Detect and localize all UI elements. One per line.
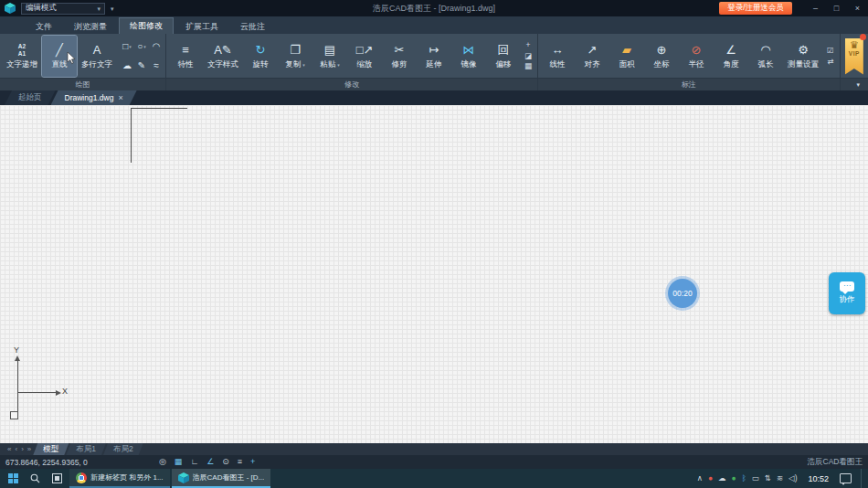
collaborate-button[interactable]: ⋯ 协作 — [829, 272, 865, 314]
area-button[interactable]: ▰ 面积 — [609, 36, 644, 77]
copy-button[interactable]: ❐ 复制▾ — [278, 36, 312, 77]
windows-logo-icon — [8, 473, 18, 483]
mirror-button[interactable]: ⋈ 镜像 — [451, 36, 486, 77]
first-layout-icon[interactable]: « — [7, 445, 11, 453]
lineweight-toggle-icon[interactable]: ≡ — [238, 458, 242, 466]
cloud-tool-icon[interactable]: ☁ — [120, 56, 134, 75]
windows-taskbar: 新建标签页 和另外 1... 浩辰CAD看图王 - [D... ∧ ● ☁ ● … — [0, 469, 868, 488]
properties-button[interactable]: ≡ 特性 — [168, 36, 203, 77]
battery-icon[interactable]: ▭ — [752, 474, 759, 483]
task-view-button[interactable] — [46, 469, 68, 488]
drawing-canvas[interactable]: Y X 00:20 ⋯ 协作 — [0, 105, 868, 443]
tab-start-page[interactable]: 起始页 — [5, 90, 56, 105]
extend-button[interactable]: ↦ 延伸 — [417, 36, 451, 77]
dimension-mini-tools: ☑ ⇄ — [827, 47, 834, 65]
close-button[interactable]: × — [847, 0, 868, 16]
login-register-button[interactable]: 登录/注册送会员 — [719, 2, 792, 15]
tab-layout1[interactable]: 布局1 — [66, 443, 106, 455]
offset-button[interactable]: 回 偏移 — [486, 36, 521, 77]
angle-icon: ∠ — [725, 41, 736, 58]
prev-layout-icon[interactable]: ‹ — [15, 445, 17, 453]
tab-drawing1[interactable]: Drawing1.dwg × — [51, 90, 137, 105]
chevron-down-icon: ▾ — [337, 62, 340, 68]
dim-swap-icon[interactable]: ⇄ — [827, 58, 834, 66]
measure-settings-button[interactable]: ⚙ 测量设置 — [783, 36, 823, 77]
minimize-button[interactable]: – — [805, 0, 826, 16]
paste-icon: ▤ — [324, 41, 335, 58]
freehand-tool-icon[interactable]: ✎ — [134, 56, 149, 75]
paste-button[interactable]: ▤ 粘贴▾ — [312, 36, 347, 77]
point-tool-icon[interactable]: + — [524, 41, 532, 49]
ucs-y-label: Y — [14, 345, 19, 355]
hidden-icons-chevron[interactable]: ∧ — [697, 474, 703, 483]
text-increment-button[interactable]: A2 A1 文字递增 — [2, 36, 42, 77]
wifi-icon[interactable]: ≋ — [777, 474, 783, 483]
draw-shape-grid: □▾ ○▾ ◠ ☁ ✎ ≈ — [120, 37, 164, 75]
mtext-button[interactable]: A 多行文字 — [77, 36, 117, 77]
network-icon[interactable]: ⇅ — [765, 474, 771, 483]
aligned-dim-button[interactable]: ↗ 对齐 — [575, 36, 609, 77]
notification-dot — [860, 34, 866, 40]
status-toggles: ◎ ▦ ∟ ∠ ⊙ ≡ + — [159, 458, 255, 466]
osnap-toggle-icon[interactable]: ⊙ — [222, 458, 229, 466]
taskbar-clock[interactable]: 10:52 — [808, 474, 829, 483]
tab-draw-modify[interactable]: 绘图修改 — [119, 17, 174, 34]
tab-layout2[interactable]: 布局2 — [103, 443, 143, 455]
layout-tab-bar: « ‹ › » 模型 布局1 布局2 — [0, 443, 868, 455]
vip-button[interactable]: ♛ VIP — [845, 38, 863, 75]
action-center-icon[interactable] — [840, 473, 852, 483]
line-button[interactable]: ╱ 直线 — [42, 36, 77, 77]
taskbar-app-chrome[interactable]: 新建标签页 和另外 1... — [69, 469, 170, 488]
fullscreen-toggle-icon[interactable]: ◎ — [159, 458, 166, 466]
next-layout-icon[interactable]: › — [21, 445, 24, 453]
trim-button[interactable]: ✂ 修剪 — [382, 36, 417, 77]
close-tab-icon[interactable]: × — [118, 93, 122, 102]
arc-tool-icon[interactable]: ◠ — [149, 37, 164, 56]
tray-app-green-icon[interactable]: ● — [732, 474, 736, 483]
spline-tool-icon[interactable]: ≈ — [149, 56, 164, 75]
ortho-toggle-icon[interactable]: ∟ — [190, 458, 198, 466]
tab-extended-tools[interactable]: 扩展工具 — [175, 19, 228, 34]
system-tray: ∧ ● ☁ ● ᛒ ▭ ⇅ ≋ ◁) 10:52 — [697, 469, 868, 488]
text-style-button[interactable]: A✎ 文字样式 — [203, 36, 243, 77]
chevron-down-icon: ▾ — [97, 5, 101, 12]
radius-button[interactable]: ⊘ 半径 — [679, 36, 714, 77]
onedrive-cloud-icon[interactable]: ☁ — [718, 474, 726, 483]
maximize-button[interactable]: □ — [826, 0, 847, 16]
chevron-down-icon: ▾ — [302, 62, 305, 68]
dim-list-icon[interactable]: ☑ — [827, 47, 834, 55]
angle-button[interactable]: ∠ 角度 — [714, 36, 748, 77]
grid-toggle-icon[interactable]: ▦ — [175, 458, 183, 466]
scale-button[interactable]: □↗ 缩放 — [347, 36, 382, 77]
collab-timer-badge[interactable]: 00:20 — [668, 279, 697, 308]
explode-tool-icon[interactable]: ▦ — [524, 62, 532, 70]
ribbon-collapse-icon[interactable]: ▾ — [856, 79, 860, 90]
app-window: 编辑模式 ▾ ▾ 浩辰CAD看图王 - [Drawing1.dwg] 登录/注册… — [0, 0, 868, 488]
tab-browse-measure[interactable]: 浏览测量 — [64, 19, 117, 34]
rotate-button[interactable]: ↻ 旋转 — [243, 36, 278, 77]
tab-file[interactable]: 文件 — [26, 19, 62, 34]
last-layout-icon[interactable]: » — [27, 445, 31, 453]
edit-mode-dropdown[interactable]: 编辑模式 ▾ — [21, 3, 105, 15]
polar-toggle-icon[interactable]: ∠ — [206, 458, 214, 466]
document-tab-bar: 起始页 Drawing1.dwg × — [0, 90, 868, 105]
extend-icon: ↦ — [429, 41, 439, 58]
rectangle-tool-icon[interactable]: □▾ — [120, 37, 134, 56]
volume-icon[interactable]: ◁) — [789, 474, 797, 483]
tray-app-red-icon[interactable]: ● — [708, 474, 713, 483]
show-desktop-button[interactable] — [861, 469, 864, 488]
coordinate-button[interactable]: ⊕ 坐标 — [644, 36, 679, 77]
linear-dim-button[interactable]: ↔ 线性 — [540, 36, 575, 77]
quick-access-caret-icon[interactable]: ▾ — [111, 5, 114, 12]
search-button[interactable] — [24, 469, 46, 488]
circle-tool-icon[interactable]: ○▾ — [134, 37, 149, 56]
taskbar-app-cad[interactable]: 浩辰CAD看图王 - [D... — [172, 469, 271, 488]
erase-tool-icon[interactable]: ◪ — [524, 52, 532, 60]
arc-length-button[interactable]: ◠ 弧长 — [748, 36, 783, 77]
tab-cloud-annotation[interactable]: 云批注 — [230, 19, 275, 34]
tab-model[interactable]: 模型 — [33, 443, 69, 455]
aligned-dim-icon: ↗ — [587, 41, 598, 58]
crosshair-toggle-icon[interactable]: + — [250, 458, 255, 466]
start-button[interactable] — [2, 469, 24, 488]
bluetooth-icon[interactable]: ᛒ — [742, 474, 746, 483]
